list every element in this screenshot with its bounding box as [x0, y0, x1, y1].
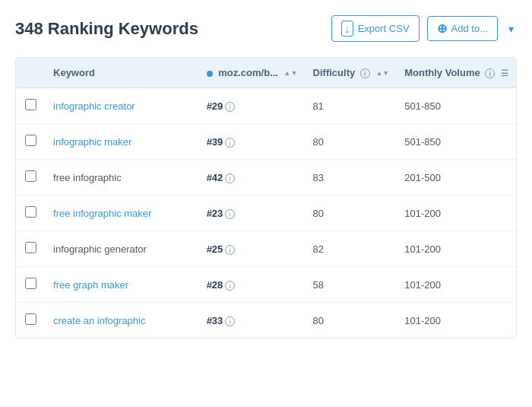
moz-column-header: moz.com/b... ▲▼ — [199, 58, 306, 88]
difficulty-cell: 81 — [306, 88, 397, 124]
header-actions: ↓ Export CSV ⊕ Add to... ▾ — [331, 15, 517, 42]
difficulty-value: 83 — [313, 172, 324, 183]
keyword-cell: create an infographic — [46, 303, 199, 339]
rank-value: #39 — [207, 136, 223, 148]
rank-value: #33 — [207, 315, 223, 326]
keyword-cell: infographic generator — [46, 231, 199, 267]
difficulty-value: 80 — [313, 208, 324, 219]
keyword-cell: free infographic maker — [46, 196, 199, 231]
dropdown-button[interactable]: ▾ — [505, 18, 517, 40]
keyword-column-header: Keyword — [46, 58, 199, 88]
row-checkbox[interactable] — [25, 313, 36, 325]
row-checkbox[interactable] — [25, 242, 36, 253]
volume-value: 101-200 — [404, 279, 441, 291]
table-row: free infographic#42i83201-500 — [16, 160, 516, 196]
difficulty-column-header: Difficulty i ▲▼ — [306, 58, 397, 88]
keyword-link[interactable]: infographic creator — [53, 100, 135, 112]
row-checkbox[interactable] — [25, 99, 36, 110]
rank-cell: #29i — [199, 88, 306, 124]
rank-cell: #25i — [199, 231, 306, 267]
row-checkbox-cell — [16, 303, 46, 339]
difficulty-value: 81 — [313, 100, 324, 112]
table-body: infographic creator#29i81501-850infograp… — [16, 88, 516, 339]
volume-filter-icon[interactable]: ☰ — [501, 68, 508, 78]
keyword-text: infographic generator — [53, 243, 147, 255]
difficulty-cell: 80 — [306, 303, 397, 339]
add-label: Add to... — [451, 23, 488, 34]
volume-value: 201-500 — [404, 172, 441, 183]
table-row: free graph maker#28i58101-200 — [16, 267, 516, 303]
table-row: free infographic maker#23i80101-200 — [16, 196, 516, 231]
add-to-button[interactable]: ⊕ Add to... — [427, 16, 498, 41]
row-checkbox[interactable] — [25, 278, 36, 289]
volume-value: 101-200 — [404, 208, 441, 219]
rank-info-icon[interactable]: i — [225, 245, 235, 255]
volume-value: 101-200 — [404, 315, 441, 326]
export-icon: ↓ — [341, 21, 353, 37]
row-checkbox-cell — [16, 124, 46, 160]
rank-info-icon[interactable]: i — [225, 173, 235, 183]
page-title: 348 Ranking Keywords — [15, 19, 198, 39]
keyword-cell: free graph maker — [46, 267, 199, 303]
difficulty-value: 80 — [313, 315, 324, 326]
moz-dot-icon — [207, 71, 213, 77]
keyword-text: free infographic — [53, 172, 122, 183]
table-row: infographic creator#29i81501-850 — [16, 88, 516, 124]
moz-column-label: moz.com/b... — [218, 67, 278, 78]
rank-value: #29 — [207, 100, 223, 112]
row-checkbox[interactable] — [25, 170, 36, 182]
rank-cell: #42i — [199, 160, 306, 196]
difficulty-cell: 58 — [306, 267, 397, 303]
rank-value: #23 — [207, 208, 223, 219]
difficulty-value: 80 — [313, 136, 324, 148]
difficulty-column-label: Difficulty — [313, 67, 356, 78]
checkbox-header-cell — [16, 58, 46, 88]
rank-info-icon[interactable]: i — [225, 281, 235, 291]
volume-cell: 501-850 — [397, 88, 516, 124]
keyword-link[interactable]: create an infographic — [53, 315, 145, 326]
page-header: 348 Ranking Keywords ↓ Export CSV ⊕ Add … — [15, 15, 517, 42]
keyword-link[interactable]: free graph maker — [53, 279, 128, 291]
volume-cell: 101-200 — [397, 196, 516, 231]
rank-cell: #39i — [199, 124, 306, 160]
keyword-cell: infographic creator — [46, 88, 199, 124]
volume-cell: 501-850 — [397, 124, 516, 160]
difficulty-value: 82 — [313, 243, 324, 255]
rank-info-icon[interactable]: i — [225, 316, 235, 326]
difficulty-cell: 80 — [306, 124, 397, 160]
row-checkbox[interactable] — [25, 206, 36, 218]
rank-cell: #28i — [199, 267, 306, 303]
moz-sort-icon[interactable]: ▲▼ — [284, 70, 298, 77]
volume-column-header: Monthly Volume i ☰ — [397, 58, 516, 88]
volume-cell: 201-500 — [397, 160, 516, 196]
volume-cell: 101-200 — [397, 267, 516, 303]
keyword-cell: free infographic — [46, 160, 199, 196]
keywords-table: Keyword moz.com/b... ▲▼ Difficulty i ▲▼ … — [16, 58, 516, 338]
rank-info-icon[interactable]: i — [225, 209, 235, 219]
volume-info-icon[interactable]: i — [485, 68, 495, 78]
difficulty-info-icon[interactable]: i — [360, 68, 370, 78]
difficulty-cell: 82 — [306, 231, 397, 267]
table-header: Keyword moz.com/b... ▲▼ Difficulty i ▲▼ … — [16, 58, 516, 88]
table-row: create an infographic#33i80101-200 — [16, 303, 516, 339]
difficulty-cell: 80 — [306, 196, 397, 231]
volume-value: 501-850 — [404, 100, 441, 112]
export-csv-button[interactable]: ↓ Export CSV — [331, 15, 419, 42]
rank-info-icon[interactable]: i — [225, 138, 235, 148]
keyword-link[interactable]: infographic maker — [53, 136, 131, 148]
rank-value: #25 — [207, 243, 223, 255]
row-checkbox[interactable] — [25, 135, 36, 146]
rank-value: #28 — [207, 279, 223, 291]
difficulty-sort-icon[interactable]: ▲▼ — [375, 70, 389, 77]
rank-cell: #33i — [199, 303, 306, 339]
volume-cell: 101-200 — [397, 231, 516, 267]
volume-column-label: Monthly Volume — [404, 67, 480, 78]
row-checkbox-cell — [16, 267, 46, 303]
rank-info-icon[interactable]: i — [225, 102, 235, 112]
keyword-link[interactable]: free infographic maker — [53, 208, 151, 219]
volume-cell: 101-200 — [397, 303, 516, 339]
rank-cell: #23i — [199, 196, 306, 231]
keywords-table-container: Keyword moz.com/b... ▲▼ Difficulty i ▲▼ … — [15, 57, 517, 339]
keyword-column-label: Keyword — [53, 67, 95, 78]
table-row: infographic maker#39i80501-850 — [16, 124, 516, 160]
